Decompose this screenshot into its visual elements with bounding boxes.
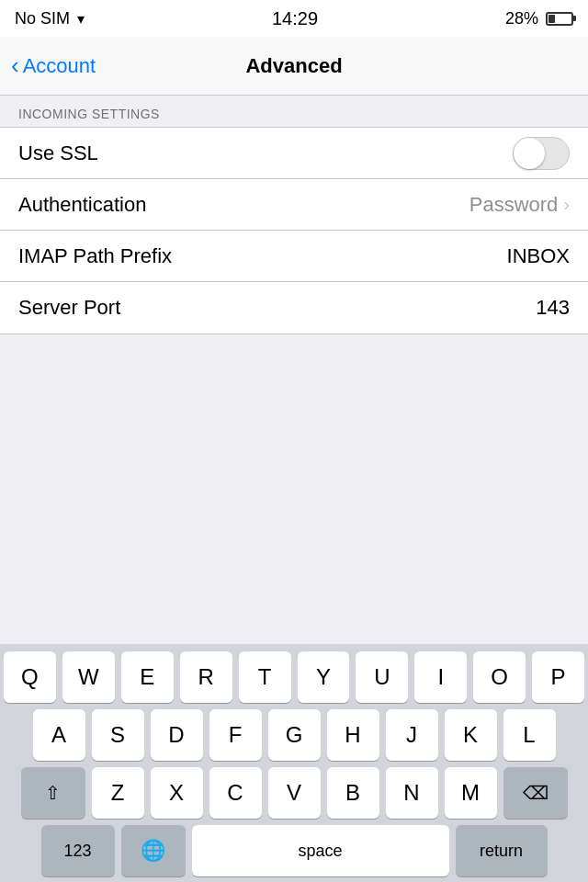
page-title: Advanced bbox=[245, 54, 342, 78]
key-j[interactable]: J bbox=[386, 709, 438, 761]
key-i[interactable]: I bbox=[414, 651, 467, 703]
authentication-value: Password bbox=[469, 193, 559, 217]
backspace-key[interactable]: ⌫ bbox=[503, 767, 568, 819]
back-button[interactable]: ‹ Account bbox=[11, 54, 96, 78]
key-p[interactable]: P bbox=[532, 651, 584, 703]
time-label: 14:29 bbox=[272, 8, 318, 29]
keyboard-row-2: A S D F G H J K L bbox=[4, 709, 584, 761]
toggle-thumb bbox=[514, 138, 545, 169]
key-f[interactable]: F bbox=[209, 709, 262, 761]
key-x[interactable]: X bbox=[151, 767, 203, 819]
globe-key[interactable]: 🌐 bbox=[121, 825, 186, 876]
authentication-value-container: Password › bbox=[469, 193, 570, 217]
battery-icon bbox=[546, 12, 573, 26]
space-key[interactable]: space bbox=[192, 825, 449, 876]
imap-path-value: INBOX bbox=[507, 244, 570, 268]
key-q[interactable]: Q bbox=[4, 651, 56, 703]
battery-container bbox=[546, 12, 573, 26]
key-w[interactable]: W bbox=[62, 651, 115, 703]
key-t[interactable]: T bbox=[239, 651, 291, 703]
keyboard-row-4: 123 🌐 space return bbox=[4, 825, 584, 876]
back-chevron-icon: ‹ bbox=[11, 53, 19, 77]
disclosure-chevron-icon: › bbox=[563, 194, 570, 215]
shift-key[interactable]: ⇧ bbox=[21, 767, 85, 819]
key-r[interactable]: R bbox=[180, 651, 232, 703]
server-port-label: Server Port bbox=[18, 296, 120, 320]
key-l[interactable]: L bbox=[503, 709, 556, 761]
back-label: Account bbox=[23, 54, 96, 78]
use-ssl-toggle[interactable] bbox=[513, 137, 570, 170]
keyboard-row-3: ⇧ Z X C V B N M ⌫ bbox=[4, 767, 584, 819]
carrier-label: No SIM bbox=[15, 9, 70, 28]
section-header-incoming: INCOMING SETTINGS bbox=[0, 96, 588, 127]
key-z[interactable]: Z bbox=[92, 767, 144, 819]
use-ssl-label: Use SSL bbox=[18, 141, 98, 165]
key-v[interactable]: V bbox=[268, 767, 321, 819]
battery-fill bbox=[548, 15, 555, 23]
server-port-value: 143 bbox=[536, 296, 570, 320]
battery-percent: 28% bbox=[505, 9, 538, 28]
row-authentication[interactable]: Authentication Password › bbox=[0, 179, 588, 231]
keyboard: Q W E R T Y U I O P A S D F G H J K L ⇧ … bbox=[0, 644, 588, 882]
numbers-key[interactable]: 123 bbox=[41, 825, 115, 876]
row-server-port: Server Port 143 bbox=[0, 282, 588, 334]
key-a[interactable]: A bbox=[33, 709, 85, 761]
key-s[interactable]: S bbox=[92, 709, 144, 761]
return-key[interactable]: return bbox=[456, 825, 548, 876]
status-right: 28% bbox=[505, 9, 573, 28]
key-y[interactable]: Y bbox=[298, 651, 350, 703]
key-b[interactable]: B bbox=[327, 767, 379, 819]
key-o[interactable]: O bbox=[473, 651, 526, 703]
key-k[interactable]: K bbox=[445, 709, 497, 761]
keyboard-row-1: Q W E R T Y U I O P bbox=[4, 651, 584, 703]
settings-group-incoming: Use SSL Authentication Password › IMAP P… bbox=[0, 127, 588, 334]
row-use-ssl: Use SSL bbox=[0, 128, 588, 179]
key-g[interactable]: G bbox=[268, 709, 321, 761]
authentication-label: Authentication bbox=[18, 193, 146, 217]
key-d[interactable]: D bbox=[151, 709, 203, 761]
wifi-icon: ▾ bbox=[77, 10, 85, 28]
nav-bar: ‹ Account Advanced bbox=[0, 37, 588, 96]
status-left: No SIM ▾ bbox=[15, 9, 85, 28]
status-bar: No SIM ▾ 14:29 28% bbox=[0, 0, 588, 37]
key-e[interactable]: E bbox=[121, 651, 174, 703]
key-u[interactable]: U bbox=[356, 651, 408, 703]
row-imap-path-prefix: IMAP Path Prefix INBOX bbox=[0, 231, 588, 282]
key-m[interactable]: M bbox=[445, 767, 497, 819]
key-n[interactable]: N bbox=[386, 767, 438, 819]
imap-path-label: IMAP Path Prefix bbox=[18, 244, 172, 268]
key-c[interactable]: C bbox=[209, 767, 262, 819]
key-h[interactable]: H bbox=[327, 709, 379, 761]
